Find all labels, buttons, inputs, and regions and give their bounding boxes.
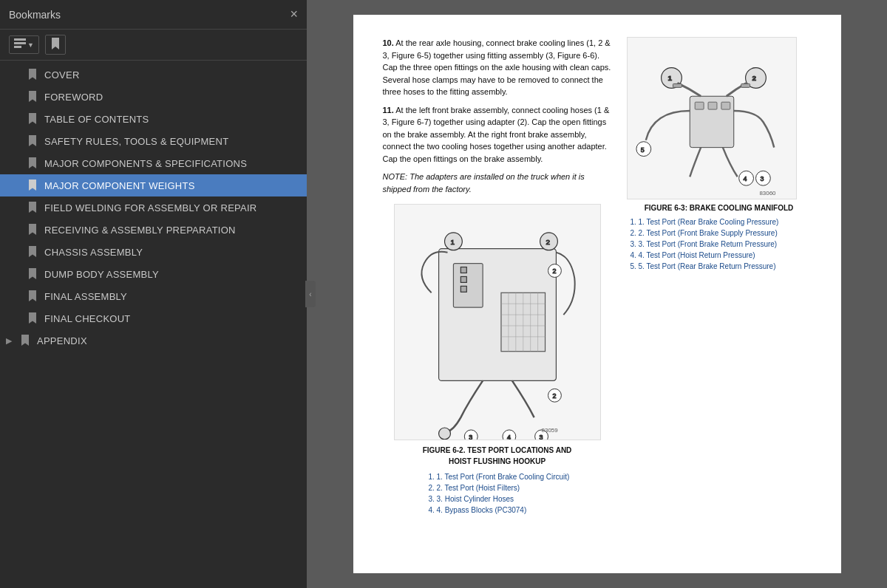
figure-6-2-list: 1. Test Port (Front Brake Cooling Circui… <box>425 471 570 516</box>
bookmark-label-final-checkout: FINAL CHECKOUT <box>44 313 131 324</box>
bookmark-label-toc: TABLE OF CONTENTS <box>44 114 149 125</box>
svg-rect-49 <box>741 83 750 87</box>
step-10-number: 10. <box>383 38 394 47</box>
svg-rect-48 <box>673 83 682 87</box>
bookmark-item-chassis[interactable]: CHASSIS ASSEMBLY <box>0 241 307 263</box>
bookmark-label-final-assembly: FINAL ASSEMBLY <box>44 291 127 302</box>
bookmark-label-appendix: APPENDIX <box>37 335 87 346</box>
bookmark-label-major-comp-weights: MAJOR COMPONENT WEIGHTS <box>44 180 195 191</box>
svg-text:2: 2 <box>546 238 550 246</box>
svg-text:3: 3 <box>539 434 543 440</box>
bookmark-item-final-assembly[interactable]: FINAL ASSEMBLY <box>0 285 307 307</box>
sidebar-header: Bookmarks × <box>0 0 307 30</box>
figure-6-2-list-item: 2. Test Port (Hoist Filters) <box>437 482 570 493</box>
main-content: 10. At the rear axle housing, connect br… <box>307 0 887 588</box>
document-page: 10. At the rear axle housing, connect br… <box>353 15 841 573</box>
bookmark-label-chassis: CHASSIS ASSEMBLY <box>44 247 143 258</box>
figure-6-3-list-item: 5. Test Port (Rear Brake Return Pressure… <box>639 261 812 272</box>
figure-6-3-title: FIGURE 6-3: BRAKE COOLING MANIFOLD <box>627 202 812 213</box>
dropdown-arrow: ▼ <box>27 41 34 49</box>
svg-rect-11 <box>461 286 466 292</box>
sidebar-toolbar: ▼ <box>0 30 307 61</box>
svg-text:2: 2 <box>552 392 556 400</box>
bookmark-ribbon-icon-major-comp-spec <box>28 157 38 169</box>
bookmark-item-foreword[interactable]: FOREWORD <box>0 86 307 108</box>
bookmark-add-button[interactable] <box>45 35 66 55</box>
bookmark-ribbon-icon-appendix <box>21 335 31 346</box>
svg-rect-1 <box>14 42 26 44</box>
figure-6-2-list-item: 4. Bypass Blocks (PC3074) <box>437 505 570 516</box>
figure-6-3-caption: FIGURE 6-3: BRAKE COOLING MANIFOLD <box>627 202 812 213</box>
bookmark-ribbon-icon-final-assembly <box>28 290 38 302</box>
bookmark-item-safety[interactable]: SAFETY RULES, TOOLS & EQUIPMENT <box>0 130 307 152</box>
bookmark-item-receiving[interactable]: RECEIVING & ASSEMBLY PREPARATION <box>0 219 307 241</box>
note-text: NOTE: The adapters are installed on the … <box>383 171 612 195</box>
caption-line1: FIGURE 6-2. TEST PORT LOCATIONS AND <box>423 445 572 456</box>
bookmark-label-field-welding: FIELD WELDING FOR ASSEMBLY OR REPAIR <box>44 202 256 213</box>
figure-6-3-list: 1. Test Port (Rear Brake Cooling Pressur… <box>627 216 812 272</box>
bookmark-item-major-comp-weights[interactable]: MAJOR COMPONENT WEIGHTS <box>0 174 307 196</box>
svg-text:2: 2 <box>752 74 756 82</box>
list-view-button[interactable]: ▼ <box>9 35 39 54</box>
svg-text:3: 3 <box>469 434 472 440</box>
step-11: 11. At the left front brake assembly, co… <box>383 104 612 165</box>
bookmark-item-cover[interactable]: COVER <box>0 64 307 86</box>
figure-6-3-list-item: 3. Test Port (Front Brake Return Pressur… <box>639 239 812 250</box>
svg-rect-45 <box>695 102 704 109</box>
panel-collapse-handle[interactable]: ‹ <box>305 281 316 307</box>
bookmark-icon <box>50 38 61 52</box>
svg-rect-46 <box>708 102 717 109</box>
bookmark-ribbon-icon-chassis <box>28 246 38 258</box>
svg-text:4: 4 <box>506 434 510 440</box>
note-content: NOTE: The adapters are installed on the … <box>383 172 585 194</box>
bookmark-ribbon-icon-receiving <box>28 224 38 236</box>
svg-text:2: 2 <box>552 267 556 275</box>
bookmark-item-toc[interactable]: TABLE OF CONTENTS <box>0 108 307 130</box>
figure-6-2-container: 1 2 <box>383 204 612 516</box>
figure-6-2-list-item: 3. Hoist Cylinder Hoses <box>437 493 570 505</box>
bookmark-item-major-comp-spec[interactable]: MAJOR COMPONENTS & SPECIFICATIONS <box>0 152 307 174</box>
expand-arrow-appendix: ▶ <box>6 336 12 346</box>
svg-rect-47 <box>721 102 730 109</box>
list-icon <box>14 38 26 51</box>
bookmark-ribbon-icon-dump-body <box>28 268 38 280</box>
bookmark-ribbon-icon-foreword <box>28 91 38 103</box>
svg-text:4: 4 <box>743 175 747 182</box>
figure-6-3-list-item: 1. Test Port (Rear Brake Cooling Pressur… <box>639 216 812 228</box>
step-10: 10. At the rear axle housing, connect br… <box>383 37 612 98</box>
bookmark-ribbon-icon-major-comp-weights <box>28 180 38 191</box>
svg-point-12 <box>438 428 450 440</box>
bookmark-ribbon-icon-field-welding <box>28 202 38 213</box>
step-11-number: 11. <box>383 106 394 114</box>
bookmark-label-safety: SAFETY RULES, TOOLS & EQUIPMENT <box>44 136 228 147</box>
sidebar-close-button[interactable]: × <box>290 7 298 22</box>
bookmark-label-cover: COVER <box>44 69 80 81</box>
bookmark-item-appendix[interactable]: ▶ APPENDIX <box>0 329 307 352</box>
figure-6-2-list-item: 1. Test Port (Front Brake Cooling Circui… <box>437 471 570 482</box>
bookmark-ribbon-icon-safety <box>28 135 38 147</box>
svg-text:1: 1 <box>667 74 672 82</box>
svg-rect-10 <box>461 276 466 282</box>
caption-line2: HOIST FLUSHING HOOKUP <box>423 456 572 467</box>
step-11-text: At the left front brake assembly, connec… <box>383 106 610 163</box>
figure-6-2-caption-line1: FIGURE 6-2. TEST PORT LOCATIONS AND HOIS… <box>423 445 572 467</box>
bookmark-item-final-checkout[interactable]: FINAL CHECKOUT <box>0 307 307 329</box>
svg-text:5: 5 <box>640 146 644 154</box>
bookmark-ribbon-icon-final-checkout <box>28 312 38 324</box>
right-column: 1 2 5 <box>627 37 812 524</box>
bookmark-item-dump-body[interactable]: DUMP BODY ASSEMBLY <box>0 263 307 285</box>
bookmark-label-foreword: FOREWORD <box>44 92 103 103</box>
bookmark-label-receiving: RECEIVING & ASSEMBLY PREPARATION <box>44 225 236 236</box>
svg-rect-8 <box>453 264 483 308</box>
bookmarks-list: COVER FOREWORD TABLE OF CONTENTS SAFETY … <box>0 61 307 588</box>
figure-6-2-image: 1 2 <box>394 204 601 440</box>
bookmark-item-field-welding[interactable]: FIELD WELDING FOR ASSEMBLY OR REPAIR <box>0 196 307 219</box>
sidebar: Bookmarks × ▼ COVER FOREWORD <box>0 0 307 588</box>
step-10-text: At the rear axle housing, connect brake … <box>383 38 611 96</box>
svg-rect-0 <box>14 38 26 41</box>
svg-text:83060: 83060 <box>759 190 776 196</box>
svg-text:83059: 83059 <box>541 427 558 434</box>
svg-text:3: 3 <box>760 175 764 182</box>
left-column: 10. At the rear axle housing, connect br… <box>383 37 612 524</box>
svg-rect-2 <box>14 46 21 48</box>
